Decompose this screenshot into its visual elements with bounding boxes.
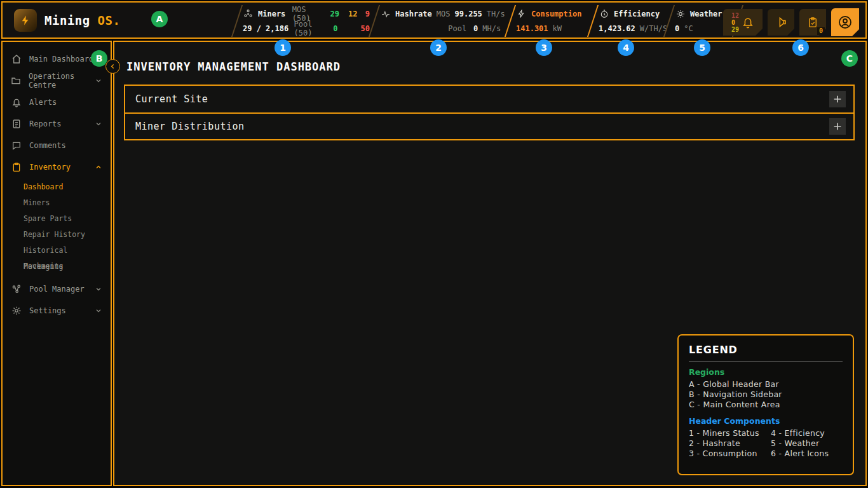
sidebar-item-operations-centre[interactable]: Operations Centre bbox=[3, 70, 111, 92]
dashboard-panels: Current Site Miner Distribution bbox=[124, 85, 855, 140]
miners-mos-ok: 29 bbox=[330, 10, 344, 18]
screen: Mining OS. Miners MOS (50) 29 12 9 29 / … bbox=[0, 0, 868, 488]
sidebar-item-alerts[interactable]: Alerts bbox=[3, 92, 111, 113]
legend-region-c: C - Main Content Area bbox=[689, 400, 843, 410]
bell-count-warning: 0 bbox=[731, 19, 739, 26]
comment-icon bbox=[11, 140, 22, 151]
efficiency-label: Efficiency bbox=[614, 10, 660, 18]
weather-unit: °C bbox=[684, 24, 693, 33]
file-text-icon bbox=[11, 119, 22, 129]
hashrate-mos-value: 99.255 bbox=[454, 10, 482, 18]
panel-miner-distribution[interactable]: Miner Distribution bbox=[125, 112, 853, 139]
sidebar-item-settings[interactable]: Settings bbox=[3, 300, 111, 322]
legend-component-4: 4 - Efficiency bbox=[771, 428, 843, 438]
miners-count: 29 / 2,186 bbox=[243, 24, 290, 33]
annotation-marker-5: 5 bbox=[694, 39, 710, 56]
sidebar-item-label: Pool Manager bbox=[29, 285, 85, 294]
profile-button[interactable] bbox=[831, 8, 859, 36]
chevron-down-icon bbox=[95, 285, 102, 293]
weather-value: 0 bbox=[675, 24, 679, 33]
miners-pool-ok: 0 bbox=[333, 24, 347, 33]
sidebar-subitem-repair-history[interactable]: Repair History bbox=[3, 227, 111, 243]
sidebar-item-pool-manager[interactable]: Pool Manager bbox=[3, 278, 111, 300]
sidebar-item-label: Inventory bbox=[29, 163, 71, 172]
sidebar-item-inventory[interactable]: Inventory bbox=[3, 156, 111, 178]
annotation-marker-1: 1 bbox=[275, 39, 291, 56]
legend-components-heading: Header Components bbox=[689, 416, 843, 426]
consumption-unit: kW bbox=[553, 24, 562, 33]
notifications-bell-button[interactable]: 12 0 29 bbox=[723, 9, 763, 36]
tasks-clipboard-button[interactable]: 0 bbox=[799, 9, 826, 36]
annotation-marker-4: 4 bbox=[618, 39, 634, 56]
clipboard-icon bbox=[11, 162, 22, 172]
activity-pulse-icon bbox=[380, 10, 391, 18]
hashrate-pool-value: 0 bbox=[473, 24, 478, 33]
legend-regions-heading: Regions bbox=[689, 367, 843, 377]
efficiency-segment: Efficiency 1,423.62 W/TH/S bbox=[599, 6, 670, 36]
hashrate-mos-unit: TH/s bbox=[487, 10, 505, 18]
hashrate-segment: Hashrate MOS 99.255 TH/s Pool 0 MH/s bbox=[380, 6, 505, 36]
miners-pool-crit: 50 bbox=[361, 24, 370, 33]
annotation-region-b: B bbox=[91, 50, 107, 67]
hashrate-mos-label: MOS bbox=[437, 10, 451, 18]
chevron-down-icon bbox=[95, 120, 102, 128]
legend-component-6: 6 - Alert Icons bbox=[771, 449, 843, 459]
bell-icon bbox=[742, 16, 754, 29]
clipboard-check-icon bbox=[807, 17, 818, 28]
hashrate-pool-unit: MH/s bbox=[482, 24, 505, 33]
expand-current-site-button[interactable] bbox=[829, 91, 846, 107]
pool-nodes-icon bbox=[11, 284, 22, 294]
sidebar-subitem-packaging[interactable]: Packaging bbox=[3, 259, 111, 274]
annotation-marker-3: 3 bbox=[536, 39, 552, 56]
efficiency-unit: W/TH/S bbox=[640, 24, 667, 33]
gear-icon bbox=[11, 306, 22, 316]
legend-component-1: 1 - Miners Status bbox=[689, 428, 761, 438]
app-title: Mining OS. bbox=[44, 13, 120, 27]
bell-count-critical: 12 bbox=[731, 12, 739, 19]
notification-counts: 12 0 29 bbox=[731, 12, 739, 33]
header-alert-icons: 12 0 29 0 bbox=[723, 8, 859, 36]
global-header-bar: Mining OS. Miners MOS (50) 29 12 9 29 / … bbox=[1, 1, 867, 39]
bell-count-info: 29 bbox=[731, 26, 739, 33]
clipboard-badge: 0 bbox=[817, 27, 825, 35]
legend-component-2: 2 - Hashrate bbox=[689, 438, 761, 449]
annotation-legend: LEGEND Regions A - Global Header Bar B -… bbox=[677, 334, 854, 475]
sun-icon bbox=[675, 10, 686, 18]
chevron-up-icon bbox=[95, 163, 102, 171]
inventory-submenu: Dashboard Miners Spare Parts Repair Hist… bbox=[3, 178, 111, 278]
legend-divider bbox=[689, 361, 843, 362]
expand-miner-distribution-button[interactable] bbox=[829, 118, 846, 135]
app-logo: Mining OS. bbox=[14, 9, 120, 32]
miners-label: Miners bbox=[258, 10, 285, 18]
annotation-marker-2: 2 bbox=[430, 39, 447, 56]
panel-current-site[interactable]: Current Site bbox=[125, 86, 853, 112]
legend-component-5: 5 - Weather bbox=[771, 438, 843, 449]
panel-title: Miner Distribution bbox=[135, 121, 245, 132]
efficiency-value: 1,423.62 bbox=[599, 24, 635, 33]
nodes-cluster-icon bbox=[243, 9, 254, 18]
sidebar-subitem-historical-movements[interactable]: Historical Movements bbox=[3, 243, 111, 259]
sidebar-subitem-dashboard[interactable]: Dashboard bbox=[3, 179, 111, 195]
lightning-icon bbox=[516, 10, 527, 18]
plus-icon bbox=[832, 94, 843, 104]
miners-status-segment: Miners MOS (50) 29 12 9 29 / 2,186 Pool … bbox=[243, 6, 370, 36]
annotation-marker-6: 6 bbox=[792, 39, 809, 56]
panel-title: Current Site bbox=[135, 93, 208, 105]
weather-label: Weather bbox=[690, 10, 722, 18]
bell-icon bbox=[11, 97, 22, 107]
sidebar-item-reports[interactable]: Reports bbox=[3, 113, 111, 135]
consumption-value: 141.301 bbox=[516, 24, 548, 33]
sidebar-subitem-miners[interactable]: Miners bbox=[3, 195, 111, 211]
home-icon bbox=[11, 54, 22, 64]
legend-component-3: 3 - Consumption bbox=[689, 449, 761, 459]
miners-mos-warn: 12 bbox=[348, 10, 361, 18]
mute-speaker-button[interactable] bbox=[768, 9, 794, 36]
sidebar-collapse-button[interactable] bbox=[105, 59, 120, 74]
sidebar-item-comments[interactable]: Comments bbox=[3, 135, 111, 156]
sidebar-subitem-spare-parts[interactable]: Spare Parts bbox=[3, 211, 111, 227]
main-content-area: INVENTORY MANAGEMENT DASHBOARD Current S… bbox=[113, 41, 867, 486]
sidebar-item-label: Main Dashboard bbox=[29, 55, 93, 64]
hashrate-label: Hashrate bbox=[395, 10, 432, 18]
legend-region-b: B - Navigation Sidebar bbox=[689, 390, 843, 400]
sidebar-item-label: Operations Centre bbox=[29, 72, 87, 90]
